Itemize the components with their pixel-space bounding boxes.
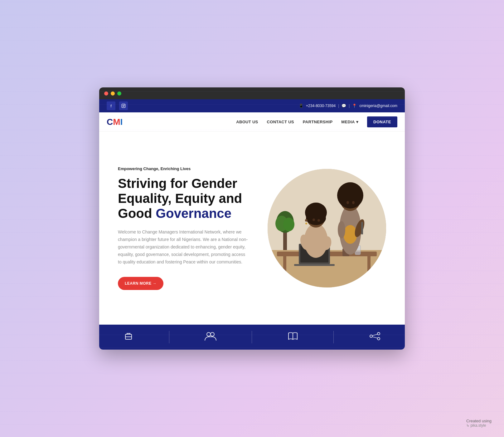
hero-description: Welcome to Change Managers International… <box>118 228 249 266</box>
stat-network <box>369 331 381 343</box>
contact-info: 📱 +234-8030-73594 | 💬 | 📍 cminigeria@gma… <box>299 104 397 108</box>
social-links: f <box>107 101 128 110</box>
svg-point-2 <box>124 105 125 105</box>
website: f 📱 +234-8030-73594 | 💬 | 📍 cminigeria@g… <box>99 99 405 350</box>
phone-icon: 📱 <box>299 104 303 108</box>
donate-button[interactable]: DONATE <box>367 116 397 127</box>
stat-people <box>204 331 217 343</box>
dot-close[interactable] <box>104 91 108 96</box>
divider1: | <box>338 104 339 108</box>
hero-title: Striving for Gender Equality, Equity and… <box>118 176 261 221</box>
hero-image-placeholder <box>268 169 386 287</box>
dot-maximize[interactable] <box>117 91 121 96</box>
logo-letter-c: C <box>107 117 113 127</box>
svg-point-47 <box>377 337 380 340</box>
book-icon <box>287 331 298 343</box>
contact-us-link[interactable]: CONTACT US <box>267 120 294 124</box>
logo[interactable]: CMI <box>107 118 123 126</box>
people-icon <box>204 331 217 343</box>
pika-line1: Created using <box>466 419 492 423</box>
stats-bar <box>99 325 405 350</box>
network-icon <box>369 331 381 343</box>
stat-book <box>287 331 298 343</box>
stat-divider-1 <box>169 331 169 343</box>
pika-line2: ↳ pika.style <box>466 423 492 428</box>
svg-point-46 <box>377 332 380 335</box>
hero-content: Empowering Change, Enriching Lives Striv… <box>118 166 268 290</box>
svg-point-42 <box>207 332 211 336</box>
hero-title-highlight: Governance <box>156 206 231 221</box>
dot-minimize[interactable] <box>111 91 115 96</box>
logo-letter-i: I <box>120 117 123 127</box>
stat-divider-2 <box>252 331 252 343</box>
hero-tagline: Empowering Change, Enriching Lives <box>118 166 261 171</box>
svg-line-49 <box>372 337 377 338</box>
location-icon: 📍 <box>352 104 357 108</box>
browser-chrome <box>99 87 405 99</box>
navigation: CMI ABOUT US CONTACT US PARTNERSHIP MEDI… <box>99 112 405 132</box>
email-address: cminigeria@gmail.com <box>359 104 397 108</box>
hero-image <box>268 169 386 287</box>
browser-dots <box>104 91 121 96</box>
media-link[interactable]: MEDIA ▾ <box>341 120 358 124</box>
top-bar: f 📱 +234-8030-73594 | 💬 | 📍 cminigeria@g… <box>99 99 405 112</box>
phone-number: +234-8030-73594 <box>306 104 336 108</box>
svg-point-1 <box>123 105 124 107</box>
divider2: | <box>349 104 350 108</box>
browser-window: f 📱 +234-8030-73594 | 💬 | 📍 cminigeria@g… <box>99 87 405 350</box>
about-us-link[interactable]: ABOUT US <box>236 120 258 124</box>
pika-credit: Created using ↳ pika.style <box>466 419 492 428</box>
learn-more-button[interactable]: LEARN MORE → <box>118 277 163 290</box>
stat-divider-3 <box>333 331 334 343</box>
logo-letter-m: M <box>113 117 120 127</box>
briefcase-icon <box>123 331 134 343</box>
hero-section: Empowering Change, Enriching Lives Striv… <box>99 132 405 325</box>
chat-icon: 💬 <box>342 104 346 108</box>
svg-rect-39 <box>268 169 386 287</box>
nav-links: ABOUT US CONTACT US PARTNERSHIP MEDIA ▾ … <box>236 116 397 127</box>
svg-point-43 <box>211 332 214 336</box>
svg-point-45 <box>370 335 372 337</box>
instagram-icon[interactable] <box>119 101 128 110</box>
svg-rect-0 <box>122 104 125 108</box>
stat-briefcase <box>123 331 134 343</box>
facebook-icon[interactable]: f <box>107 101 115 110</box>
chevron-down-icon: ▾ <box>356 120 358 124</box>
partnership-link[interactable]: PARTNERSHIP <box>303 120 333 124</box>
svg-line-48 <box>372 334 377 336</box>
